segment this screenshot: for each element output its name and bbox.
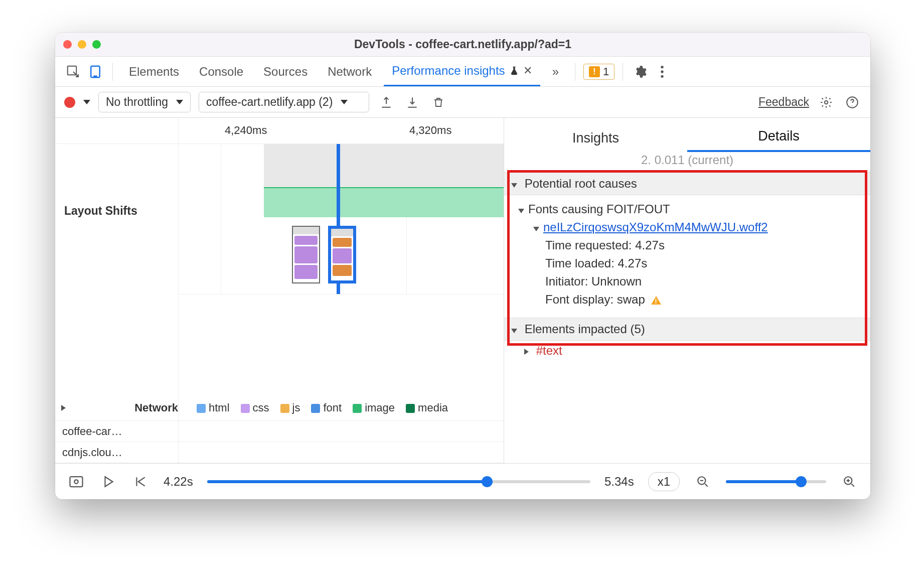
network-rows: coffee-car… cdnjs.clou… (55, 421, 504, 463)
session-select[interactable]: coffee-cart.netlify.app (2) (199, 92, 369, 112)
chevron-down-icon (176, 100, 183, 104)
chevron-down-icon (341, 100, 348, 104)
lcp-band (264, 187, 504, 217)
cls-window (264, 144, 504, 187)
timeline-panel: 4,240ms 4,320ms Layout Shifts (55, 118, 504, 463)
time-tick-label: 4,240ms (225, 124, 267, 137)
inspect-icon[interactable] (64, 63, 82, 81)
root-causes-header[interactable]: Potential root causes (504, 172, 870, 195)
tabs-overflow[interactable]: » (544, 58, 567, 86)
svg-line-12 (705, 484, 707, 486)
delete-icon[interactable] (429, 93, 447, 111)
more-icon[interactable] (653, 63, 671, 81)
main-area: 4,240ms 4,320ms Layout Shifts (55, 118, 870, 463)
playback-slider[interactable] (207, 480, 590, 483)
close-window-button[interactable] (63, 40, 72, 49)
chevron-down-icon (83, 100, 90, 104)
elements-impacted-header[interactable]: Elements impacted (5) (504, 318, 870, 341)
prev-cls-line: 2. 0.011 (current) (504, 152, 870, 172)
playback-bar: 4.22s 5.34s x1 (55, 463, 870, 499)
import-icon[interactable] (403, 93, 421, 111)
zoom-out-icon[interactable] (694, 473, 712, 491)
help-icon[interactable] (843, 93, 861, 111)
timeline-ruler: 4,240ms 4,320ms (55, 118, 504, 144)
svg-point-5 (661, 75, 664, 77)
zoom-slider[interactable] (726, 480, 826, 483)
play-icon[interactable] (99, 473, 117, 491)
issues-count: 1 (603, 65, 609, 78)
legend-image: image (353, 401, 395, 414)
titlebar: DevTools - coffee-cart.netlify.app/?ad=1 (55, 33, 870, 57)
warning-icon (651, 296, 661, 305)
devtools-window: DevTools - coffee-cart.netlify.app/?ad=1… (55, 33, 870, 499)
flask-icon (509, 65, 519, 77)
export-icon[interactable] (377, 93, 395, 111)
window-title: DevTools - coffee-cart.netlify.app/?ad=1 (55, 38, 870, 51)
zoom-in-icon[interactable] (840, 473, 858, 491)
layout-shift-thumbnail[interactable] (292, 226, 320, 283)
warning-icon: ! (589, 66, 600, 77)
initiator: Initiator: Unknown (518, 272, 861, 291)
feedback-link[interactable]: Feedback (758, 95, 809, 109)
throttling-label: No throttling (106, 95, 168, 109)
collapse-icon[interactable] (518, 209, 524, 213)
lane-label-network: Network (134, 401, 178, 414)
impacted-text-node[interactable]: #text (504, 341, 870, 361)
time-loaded: Time loaded: 4.27s (518, 254, 861, 272)
close-tab-icon[interactable]: ✕ (523, 64, 532, 77)
network-row[interactable]: coffee-car… (55, 421, 178, 442)
panel-settings-gear-icon[interactable] (817, 93, 835, 111)
legend-media: media (406, 401, 448, 414)
legend-html: html (197, 401, 230, 414)
network-row[interactable]: cdnjs.clou… (55, 442, 178, 463)
svg-point-4 (661, 70, 664, 73)
tab-elements[interactable]: Elements (121, 58, 187, 86)
device-toggle-icon[interactable] (86, 63, 104, 81)
speed-pill[interactable]: x1 (648, 472, 680, 491)
timeline-track[interactable] (179, 144, 504, 395)
legend-js: js (280, 401, 300, 414)
tab-insights[interactable]: Insights (504, 130, 687, 152)
legend-font: font (311, 401, 342, 414)
throttling-select[interactable]: No throttling (98, 92, 191, 112)
svg-point-3 (661, 65, 664, 68)
performance-toolbar: No throttling coffee-cart.netlify.app (2… (55, 87, 870, 118)
font-root-cause: Fonts causing FOIT/FOUT neILzCirqoswsqX9… (504, 195, 870, 318)
tab-details[interactable]: Details (687, 128, 870, 152)
right-tabs: Insights Details (504, 118, 870, 152)
time-requested: Time requested: 4.27s (518, 236, 861, 254)
record-icon (64, 97, 75, 108)
expand-icon[interactable] (61, 405, 130, 411)
lane-label-layout-shifts: Layout Shifts (64, 204, 137, 218)
collapse-icon (511, 183, 517, 188)
tab-console[interactable]: Console (191, 58, 251, 86)
legend-css: css (241, 401, 269, 414)
tab-label: Performance insights (392, 64, 505, 78)
record-button[interactable] (64, 97, 90, 108)
traffic-lights (63, 40, 101, 49)
svg-line-15 (851, 484, 854, 486)
settings-gear-icon[interactable] (631, 63, 649, 81)
devtools-tabs: Elements Console Sources Network Perform… (55, 57, 870, 87)
layout-shift-thumbnail-selected[interactable] (328, 226, 356, 283)
font-group-label: Fonts causing FOIT/FOUT (528, 202, 670, 216)
skip-back-icon[interactable] (131, 473, 149, 491)
time-tick-label: 4,320ms (409, 124, 451, 137)
collapse-icon (511, 329, 517, 333)
minimize-window-button[interactable] (78, 40, 86, 49)
svg-point-9 (74, 480, 78, 484)
session-label: coffee-cart.netlify.app (2) (206, 95, 333, 109)
network-legend-row: Network html css js font image media (55, 395, 504, 421)
preview-toggle-icon[interactable] (67, 473, 85, 491)
svg-rect-8 (70, 477, 83, 487)
tab-performance-insights[interactable]: Performance insights ✕ (384, 57, 540, 86)
details-panel: Insights Details 2. 0.011 (current) Pote… (504, 118, 870, 463)
tab-sources[interactable]: Sources (255, 58, 316, 86)
playback-end-time: 5.34s (604, 475, 634, 489)
tab-network[interactable]: Network (320, 58, 380, 86)
issues-badge[interactable]: ! 1 (583, 64, 614, 80)
collapse-icon[interactable] (533, 227, 539, 231)
font-file-link[interactable]: neILzCirqoswsqX9zoKmM4MwWJU.woff2 (543, 220, 768, 234)
maximize-window-button[interactable] (92, 40, 101, 49)
playback-start-time: 4.22s (164, 475, 193, 489)
